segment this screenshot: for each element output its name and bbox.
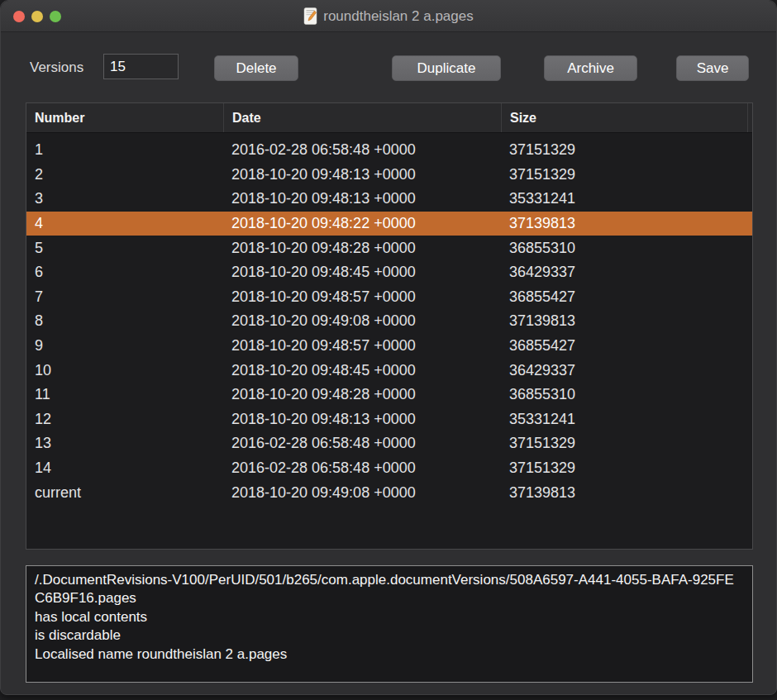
- cell-size: 36855427: [501, 337, 752, 355]
- table-row[interactable]: 122018-10-20 09:48:13 +000035331241: [26, 407, 752, 432]
- cell-date: 2018-10-20 09:48:13 +0000: [223, 190, 501, 207]
- cell-date: 2018-10-20 09:48:28 +0000: [223, 386, 501, 403]
- cell-size: 37151329: [501, 435, 752, 452]
- cell-size: 36855310: [501, 386, 752, 403]
- titlebar: roundtheislan 2 a.pages: [1, 1, 776, 32]
- cell-size: 36855310: [501, 240, 752, 257]
- versions-input[interactable]: [103, 54, 179, 79]
- details-localised-name: Localised name roundtheislan 2 a.pages: [35, 645, 744, 664]
- table-row[interactable]: 52018-10-20 09:48:28 +000036855310: [26, 236, 752, 260]
- table-row[interactable]: 62018-10-20 09:48:45 +000036429337: [26, 260, 752, 285]
- table-row[interactable]: 32018-10-20 09:48:13 +000035331241: [26, 187, 752, 212]
- cell-date: 2016-02-28 06:58:48 +0000: [223, 141, 501, 159]
- column-header-size[interactable]: Size: [501, 103, 748, 132]
- details-discardable: is discardable: [35, 626, 744, 645]
- table-row[interactable]: current2018-10-20 09:49:08 +000037139813: [26, 480, 752, 505]
- cell-date: 2018-10-20 09:48:13 +0000: [223, 411, 501, 428]
- cell-size: 37151329: [501, 460, 752, 477]
- title-group: roundtheislan 2 a.pages: [303, 7, 473, 25]
- versions-table: Number Date Size 12016-02-28 06:58:48 +0…: [26, 102, 753, 550]
- cell-date: 2018-10-20 09:48:22 +0000: [223, 215, 501, 232]
- table-row[interactable]: 142016-02-28 06:58:48 +000037151329: [26, 456, 752, 481]
- details-textview[interactable]: /.DocumentRevisions-V100/PerUID/501/b265…: [26, 565, 753, 683]
- cell-date: 2018-10-20 09:48:57 +0000: [223, 288, 501, 306]
- table-row[interactable]: 22018-10-20 09:48:13 +000037151329: [26, 163, 752, 188]
- cell-number: 4: [26, 215, 223, 232]
- column-header-date[interactable]: Date: [223, 103, 501, 132]
- table-row[interactable]: 72018-10-20 09:48:57 +000036855427: [26, 285, 752, 310]
- cell-size: 37139813: [501, 484, 752, 502]
- duplicate-button[interactable]: Duplicate: [392, 55, 501, 81]
- cell-date: 2018-10-20 09:48:45 +0000: [223, 362, 501, 379]
- window-title: roundtheislan 2 a.pages: [323, 8, 473, 25]
- cell-number: 9: [26, 337, 223, 355]
- cell-number: 1: [26, 141, 223, 159]
- table-row[interactable]: 102018-10-20 09:48:45 +000036429337: [26, 358, 752, 383]
- cell-size: 36855427: [501, 288, 752, 306]
- zoom-button[interactable]: [50, 11, 61, 22]
- cell-size: 36429337: [501, 362, 752, 379]
- cell-number: 3: [26, 190, 223, 207]
- cell-number: 2: [26, 166, 223, 183]
- cell-date: 2018-10-20 09:49:08 +0000: [223, 484, 501, 502]
- delete-button[interactable]: Delete: [214, 55, 298, 81]
- cell-size: 37139813: [501, 215, 752, 232]
- cell-number: 11: [26, 386, 223, 403]
- cell-size: 37151329: [501, 166, 752, 183]
- cell-size: 37151329: [501, 141, 752, 159]
- details-local-contents: has local contents: [35, 608, 744, 626]
- cell-date: 2018-10-20 09:48:45 +0000: [223, 264, 501, 281]
- column-header-number[interactable]: Number: [26, 103, 223, 132]
- table-row[interactable]: 42018-10-20 09:48:22 +000037139813: [26, 212, 752, 236]
- cell-size: 35331241: [501, 411, 752, 428]
- table-row[interactable]: 112018-10-20 09:48:28 +000036855310: [26, 383, 752, 407]
- cell-size: 35331241: [501, 190, 752, 207]
- versions-label: Versions: [30, 60, 83, 76]
- cell-size: 36429337: [501, 264, 752, 281]
- version-table-body: 12016-02-28 06:58:48 +00003715132922018-…: [26, 133, 752, 505]
- cell-number: 12: [26, 411, 223, 428]
- cell-number: 14: [26, 460, 223, 477]
- cell-size: 37139813: [501, 312, 752, 330]
- cell-number: 7: [26, 288, 223, 306]
- cell-number: 5: [26, 240, 223, 257]
- table-header: Number Date Size: [26, 103, 752, 133]
- archive-button[interactable]: Archive: [544, 55, 637, 81]
- save-button[interactable]: Save: [676, 55, 749, 81]
- cell-date: 2018-10-20 09:48:13 +0000: [223, 166, 501, 183]
- traffic-lights: [13, 11, 61, 22]
- cell-number: 8: [26, 312, 223, 330]
- close-button[interactable]: [13, 11, 25, 22]
- cell-number: 6: [26, 264, 223, 281]
- minimize-button[interactable]: [31, 11, 43, 22]
- window: roundtheislan 2 a.pages Versions Delete …: [0, 0, 777, 695]
- pages-document-icon: [303, 7, 317, 25]
- cell-date: 2018-10-20 09:48:28 +0000: [223, 240, 501, 257]
- table-row[interactable]: 132016-02-28 06:58:48 +000037151329: [26, 431, 752, 456]
- cell-date: 2016-02-28 06:58:48 +0000: [223, 460, 501, 477]
- table-row[interactable]: 92018-10-20 09:48:57 +000036855427: [26, 334, 752, 359]
- cell-number: 13: [26, 435, 223, 452]
- cell-number: current: [26, 484, 223, 502]
- cell-number: 10: [26, 362, 223, 379]
- details-path: /.DocumentRevisions-V100/PerUID/501/b265…: [35, 571, 744, 608]
- cell-date: 2018-10-20 09:49:08 +0000: [223, 312, 501, 330]
- table-row[interactable]: 12016-02-28 06:58:48 +000037151329: [26, 138, 752, 163]
- cell-date: 2018-10-20 09:48:57 +0000: [223, 337, 501, 355]
- cell-date: 2016-02-28 06:58:48 +0000: [223, 435, 501, 452]
- table-row[interactable]: 82018-10-20 09:49:08 +000037139813: [26, 309, 752, 334]
